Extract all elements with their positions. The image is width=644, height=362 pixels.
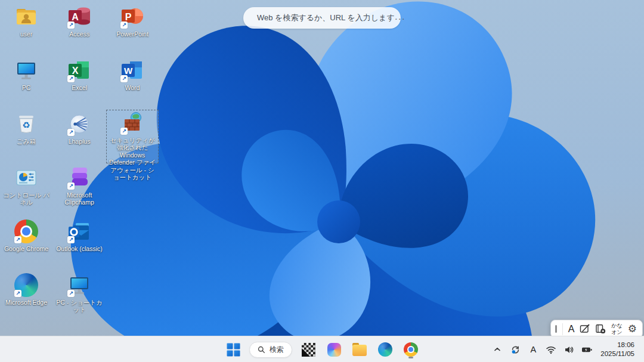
shortcut-arrow-icon: ↗: [120, 128, 128, 135]
recycle-glyph: ♻: [22, 120, 30, 130]
icon-label: Excel: [53, 84, 106, 91]
hidden-icons-chevron-icon[interactable]: [490, 340, 504, 359]
ime-pad-icon[interactable]: [580, 324, 590, 334]
desktop-icon-outlook[interactable]: ↗ Outlook (classic): [53, 218, 106, 271]
desktop-icon-clipchamp[interactable]: ↗ Microsoft Clipchamp: [53, 165, 106, 217]
shortcut-arrow-icon: ↗: [67, 182, 75, 190]
icon-label: Word: [106, 84, 159, 91]
icon-label: Google Chrome: [0, 245, 52, 252]
ime-kana-state-button[interactable]: かな オン: [611, 323, 622, 335]
chrome-icon: ↗: [14, 219, 38, 243]
desktop-icon-edge[interactable]: ↗ Microsoft Edge: [0, 272, 52, 324]
outlook-icon: ↗: [67, 219, 91, 243]
taskbar-search-box[interactable]: 検索: [249, 342, 292, 358]
taskbar-center-group: 検索: [224, 336, 420, 362]
control-panel-icon: [14, 166, 38, 190]
file-explorer-icon: [352, 345, 367, 356]
icon-label: コントロール パネル: [0, 191, 52, 206]
desktop-icon-google-chrome[interactable]: ↗ Google Chrome: [0, 218, 52, 271]
clock-date: 2025/11/05: [600, 349, 634, 358]
pc-monitor-icon: [14, 58, 38, 82]
clock-time: 18:06: [600, 341, 634, 349]
svg-text:W: W: [124, 66, 133, 76]
icon-label: セキュリティが強化された Windows Defender ファイアウォール -…: [106, 137, 159, 181]
kana-on-label: オン: [611, 329, 622, 335]
ime-mode-indicator[interactable]: A: [526, 340, 540, 359]
access-icon: A ↗: [67, 5, 91, 29]
desktop-icon-lhaplus[interactable]: ↗ Lhaplus: [53, 111, 106, 163]
taskbar-app-edge[interactable]: [376, 340, 395, 359]
copilot-icon: [327, 343, 341, 357]
windows-logo-icon: [226, 342, 241, 357]
icon-label: Access: [53, 30, 106, 38]
desktop-icon-word[interactable]: W ↗ Word: [106, 57, 159, 110]
icon-label: PC: [0, 84, 52, 91]
more-options-icon[interactable]: ···: [395, 13, 405, 23]
ime-settings-gear-icon[interactable]: ⚙: [628, 324, 637, 334]
desktop-screen: user A ↗ Access: [0, 0, 644, 362]
taskbar-app-chrome[interactable]: [401, 340, 420, 359]
icon-label: ごみ箱: [0, 138, 52, 145]
icon-label: PowerPoint: [106, 30, 159, 38]
battery-icon[interactable]: [580, 340, 595, 359]
desktop-icon-grid: user A ↗ Access: [0, 0, 167, 334]
taskbar-app-checkered[interactable]: [299, 340, 318, 359]
lhaplus-icon: ↗: [67, 112, 91, 136]
shortcut-arrow-icon: ↗: [67, 290, 75, 297]
shortcut-arrow-icon: ↗: [67, 129, 75, 136]
wifi-icon[interactable]: [544, 340, 558, 359]
word-icon: W ↗: [120, 58, 144, 82]
shortcut-arrow-icon: ↗: [14, 236, 21, 243]
desktop-icon-excel[interactable]: X ↗ Excel: [53, 57, 106, 110]
search-placeholder: Web を検索するか、URL を入力します: [257, 13, 395, 23]
desktop-icon-user[interactable]: user: [0, 4, 52, 56]
add-word-dictionary-icon[interactable]: [595, 324, 606, 334]
taskbar-search-label: 検索: [270, 345, 284, 355]
icon-label: Microsoft Edge: [0, 299, 52, 306]
desktop-icon-pc-shortcut[interactable]: ↗ PC - ショートカット: [53, 272, 106, 324]
svg-text:A: A: [72, 12, 79, 22]
icon-label: Microsoft Clipchamp: [53, 191, 106, 206]
icon-label: user: [0, 30, 52, 38]
ime-input-mode-button[interactable]: A: [568, 324, 575, 335]
ime-drag-handle-icon[interactable]: [555, 325, 557, 333]
search-icon: [258, 346, 265, 354]
checkered-app-icon: [302, 343, 315, 357]
recycle-bin-icon: ♻: [14, 112, 38, 136]
icon-label: Outlook (classic): [53, 245, 106, 252]
taskbar-app-file-explorer[interactable]: [350, 340, 369, 359]
desktop-icon-pc[interactable]: PC: [0, 57, 52, 110]
divider: [562, 323, 563, 335]
svg-text:X: X: [72, 66, 79, 76]
shortcut-arrow-icon: ↗: [14, 290, 21, 297]
user-folder-icon: [14, 5, 38, 29]
shortcut-arrow-icon: ↗: [67, 21, 75, 29]
svg-text:P: P: [125, 12, 132, 22]
volume-icon[interactable]: [562, 340, 576, 359]
chrome-icon: [404, 342, 418, 357]
firewall-icon: ↗: [120, 111, 144, 135]
system-tray: A: [490, 336, 644, 362]
shortcut-arrow-icon: ↗: [67, 75, 75, 82]
shortcut-arrow-icon: ↗: [120, 75, 128, 82]
taskbar: 検索: [0, 336, 644, 362]
desktop-icon-control-panel[interactable]: コントロール パネル: [0, 165, 52, 217]
start-button[interactable]: [224, 340, 243, 359]
desktop-icon-recycle-bin[interactable]: ♻ ごみ箱: [0, 111, 52, 163]
edge-icon: [378, 342, 392, 357]
desktop-icon-access[interactable]: A ↗ Access: [53, 4, 106, 56]
clock[interactable]: 18:06 2025/11/05: [598, 339, 637, 360]
desktop-search-bar[interactable]: Web を検索するか、URL を入力します ···: [243, 7, 401, 29]
pc-monitor-icon: ↗: [67, 273, 91, 297]
desktop-icon-defender-firewall[interactable]: ↗ セキュリティが強化された Windows Defender ファイアウォール…: [106, 110, 159, 163]
sync-icon[interactable]: [508, 340, 522, 359]
desktop-icon-powerpoint[interactable]: P ↗ PowerPoint: [106, 4, 159, 56]
edge-icon: ↗: [14, 273, 38, 297]
powerpoint-icon: P ↗: [120, 5, 144, 29]
clipchamp-icon: ↗: [67, 166, 91, 190]
icon-label: PC - ショートカット: [53, 299, 106, 314]
excel-icon: X ↗: [67, 58, 91, 82]
icon-label: Lhaplus: [53, 138, 106, 145]
taskbar-app-copilot[interactable]: [324, 340, 343, 359]
kana-label: かな: [611, 323, 622, 329]
